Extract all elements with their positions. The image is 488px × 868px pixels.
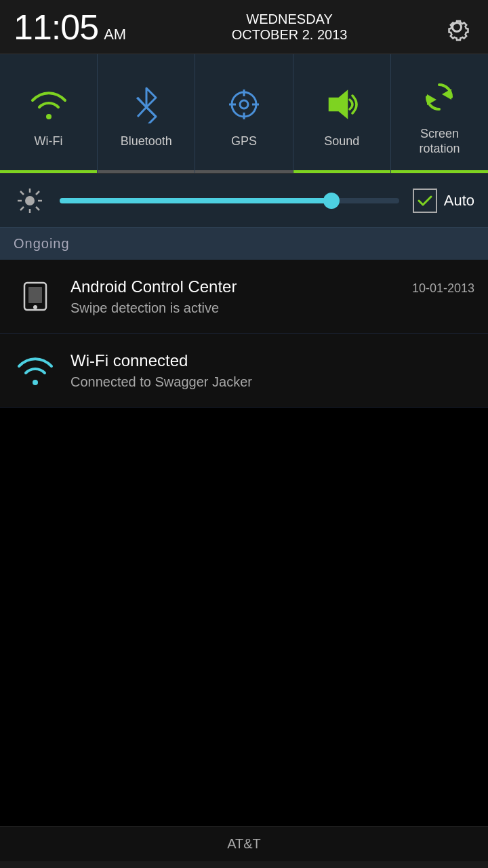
wifi-label: Wi-Fi xyxy=(35,134,63,149)
bluetooth-active-bar xyxy=(98,170,195,173)
brightness-icon xyxy=(14,184,46,217)
auto-label: Auto xyxy=(444,192,474,210)
sound-icon xyxy=(321,84,362,125)
svg-marker-10 xyxy=(427,94,436,105)
svg-line-17 xyxy=(36,207,39,210)
android-control-center-content: Android Control Center 10-01-2013 Swipe … xyxy=(70,277,474,316)
qs-tile-sound[interactable]: Sound xyxy=(293,54,391,173)
notification-wifi-connected[interactable]: Wi-Fi connected Connected to Swagger Jac… xyxy=(0,334,488,408)
brightness-fill xyxy=(60,198,331,203)
notification-android-control-center[interactable]: Android Control Center 10-01-2013 Swipe … xyxy=(0,260,488,334)
android-control-center-icon xyxy=(14,275,57,318)
svg-line-19 xyxy=(20,207,24,210)
bluetooth-icon xyxy=(126,84,167,125)
nav-bar xyxy=(0,861,488,868)
auto-brightness-section[interactable]: Auto xyxy=(413,189,474,213)
notif-title-acc: Android Control Center xyxy=(70,277,237,296)
settings-icon[interactable] xyxy=(439,9,474,45)
status-bar: 11:05 AM WEDNESDAY OCTOBER 2. 2013 xyxy=(0,0,488,54)
ongoing-label: Ongoing xyxy=(14,236,70,251)
carrier-label: AT&T xyxy=(0,826,488,861)
brightness-thumb xyxy=(323,193,340,209)
svg-point-11 xyxy=(25,196,35,205)
notif-subtitle-wifi: Connected to Swagger Jacker xyxy=(70,374,252,389)
gps-label: GPS xyxy=(231,134,257,149)
date-section: WEDNESDAY OCTOBER 2. 2013 xyxy=(232,12,348,43)
brightness-row: Auto xyxy=(0,174,488,228)
gps-active-bar xyxy=(195,170,292,173)
clock-time: 11:05 xyxy=(14,7,98,47)
svg-point-3 xyxy=(240,100,248,108)
svg-marker-8 xyxy=(329,92,347,117)
svg-point-22 xyxy=(33,305,37,309)
day-name: WEDNESDAY xyxy=(246,12,332,27)
wifi-icon xyxy=(28,84,69,125)
svg-line-16 xyxy=(20,191,24,195)
notif-title-row-wifi: Wi-Fi connected xyxy=(70,351,474,370)
wifi-active-bar xyxy=(0,170,97,173)
bluetooth-label: Bluetooth xyxy=(121,134,172,149)
sound-active-bar xyxy=(293,170,390,173)
time-section: 11:05 AM xyxy=(14,7,126,47)
qs-tile-bluetooth[interactable]: Bluetooth xyxy=(98,54,195,173)
clock-ampm: AM xyxy=(104,26,126,43)
wifi-connected-icon xyxy=(14,349,57,392)
ongoing-header: Ongoing xyxy=(0,228,488,260)
auto-checkbox[interactable] xyxy=(413,189,437,213)
sound-label: Sound xyxy=(324,134,359,149)
svg-line-18 xyxy=(36,191,39,195)
qs-tile-wifi[interactable]: Wi-Fi xyxy=(0,54,98,173)
qs-tile-gps[interactable]: GPS xyxy=(195,54,293,173)
gps-icon xyxy=(224,84,264,125)
notif-subtitle-acc: Swipe detection is active xyxy=(70,300,219,315)
svg-rect-21 xyxy=(28,287,42,303)
screen-rotation-icon xyxy=(419,77,460,117)
notif-title-row: Android Control Center 10-01-2013 xyxy=(70,277,474,296)
screen-rotation-active-bar xyxy=(391,170,488,173)
quick-settings-panel: Wi-Fi Bluetooth xyxy=(0,54,488,174)
date: OCTOBER 2. 2013 xyxy=(232,27,348,43)
notif-time-acc: 10-01-2013 xyxy=(412,281,474,296)
brightness-slider[interactable] xyxy=(60,198,399,203)
screen-rotation-label: Screen rotation xyxy=(419,127,460,156)
bottom-area: AT&T xyxy=(0,826,488,868)
svg-marker-9 xyxy=(442,89,451,100)
wifi-connected-content: Wi-Fi connected Connected to Swagger Jac… xyxy=(70,351,474,390)
qs-tile-screen-rotation[interactable]: Screen rotation xyxy=(391,54,488,173)
notif-title-wifi: Wi-Fi connected xyxy=(70,351,188,370)
